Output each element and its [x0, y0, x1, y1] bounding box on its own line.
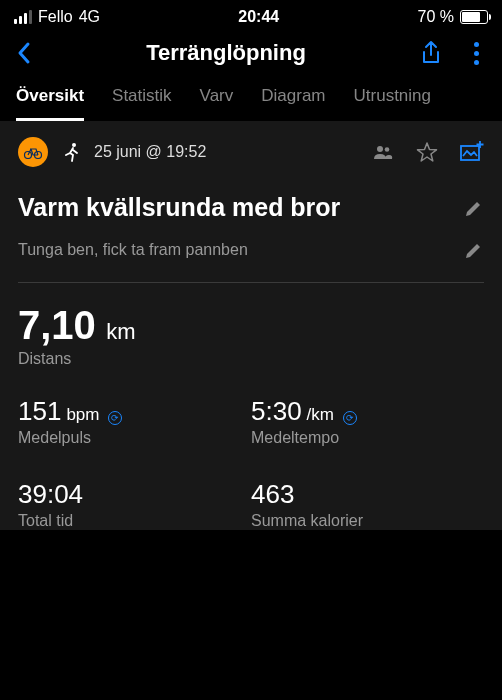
activity-datetime: 25 juni @ 19:52 [94, 143, 206, 161]
avg-hr-value: 151 [18, 396, 61, 427]
tab-diagram[interactable]: Diagram [261, 86, 325, 121]
page-title: Terränglöpning [44, 40, 408, 66]
clock: 20:44 [238, 8, 279, 26]
total-time-stat: 39:04 Total tid [18, 479, 251, 530]
svg-point-2 [72, 143, 76, 147]
svg-point-4 [385, 147, 390, 152]
back-button[interactable] [16, 41, 32, 65]
nav-bar: Terränglöpning [0, 30, 502, 80]
distance-value: 7,10 [18, 303, 96, 348]
status-bar: Fello 4G 20:44 70 % [0, 0, 502, 30]
avg-hr-label: Medelpuls [18, 429, 251, 447]
distance-label: Distans [18, 350, 484, 368]
divider [18, 282, 484, 283]
edit-description-button[interactable] [464, 240, 484, 260]
network-label: 4G [79, 8, 100, 26]
avg-pace-label: Medeltempo [251, 429, 484, 447]
avg-pace-unit: /km [307, 405, 334, 425]
activity-title: Varm kvällsrunda med bror [18, 193, 340, 222]
calories-label: Summa kalorier [251, 512, 484, 530]
tabs: Översikt Statistik Varv Diagram Utrustni… [0, 80, 502, 121]
activity-header: 25 juni @ 19:52 [18, 137, 484, 167]
tab-statistik[interactable]: Statistik [112, 86, 172, 121]
activity-description: Tunga ben, fick ta fram pannben [18, 241, 248, 259]
share-button[interactable] [420, 40, 442, 66]
people-icon[interactable] [372, 144, 394, 160]
avg-pace-value: 5:30 [251, 396, 302, 427]
distance-stat: 7,10 km Distans [18, 303, 484, 368]
avg-hr-stat: 151 bpm ⟳ Medelpuls [18, 396, 251, 447]
total-time-label: Total tid [18, 512, 251, 530]
gravel-bike-icon [18, 137, 48, 167]
trail-run-icon [62, 142, 80, 162]
calories-value: 463 [251, 479, 294, 510]
battery-percent: 70 % [418, 8, 454, 26]
tab-oversikt[interactable]: Översikt [16, 86, 84, 121]
stats-grid: 151 bpm ⟳ Medelpuls 5:30 /km ⟳ Medeltemp… [18, 396, 484, 530]
add-photo-button[interactable] [460, 141, 484, 163]
tab-utrustning[interactable]: Utrustning [354, 86, 431, 121]
star-icon[interactable] [416, 141, 438, 163]
tab-varv[interactable]: Varv [200, 86, 234, 121]
more-button[interactable] [466, 42, 486, 65]
signal-icon [14, 10, 32, 24]
avg-pace-stat: 5:30 /km ⟳ Medeltempo [251, 396, 484, 447]
edit-title-button[interactable] [464, 198, 484, 218]
total-time-value: 39:04 [18, 479, 83, 510]
activity-content: 25 juni @ 19:52 Varm kvällsrunda med bro… [0, 121, 502, 530]
distance-unit: km [106, 319, 135, 344]
indicator-icon[interactable]: ⟳ [343, 411, 357, 425]
avg-hr-unit: bpm [66, 405, 99, 425]
svg-point-3 [377, 146, 383, 152]
indicator-icon[interactable]: ⟳ [108, 411, 122, 425]
battery-icon [460, 10, 488, 24]
calories-stat: 463 Summa kalorier [251, 479, 484, 530]
carrier-label: Fello [38, 8, 73, 26]
